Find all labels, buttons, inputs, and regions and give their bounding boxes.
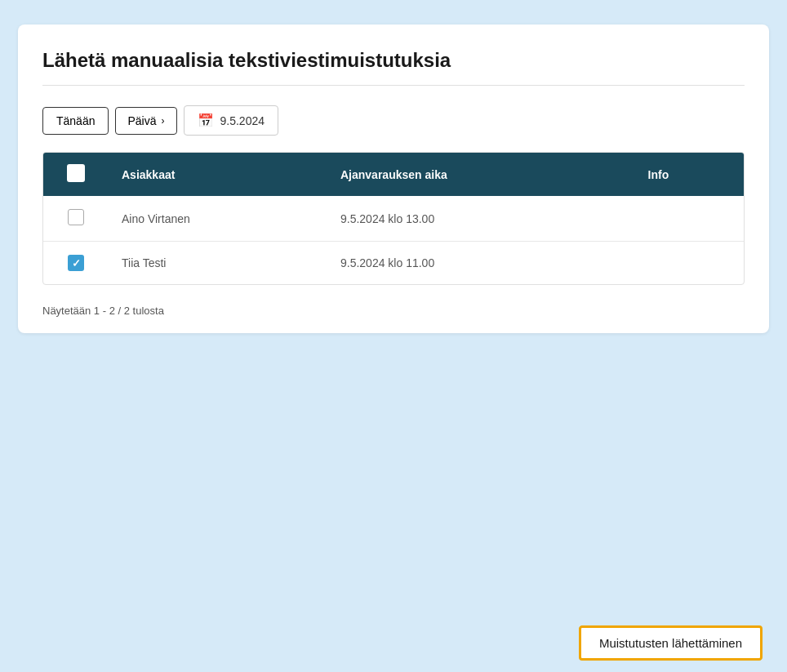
date-value: 9.5.2024	[220, 114, 265, 127]
select-all-checkbox[interactable]	[67, 164, 85, 182]
calendar-icon: 📅	[198, 113, 214, 128]
day-label: Päivä	[127, 114, 156, 127]
table-header-row: Asiakkaat Ajanvarauksen aika Info	[43, 153, 744, 196]
page-title: Lähetä manuaalisia tekstiviestimuistutuk…	[42, 49, 745, 86]
row-1-asiakkaat: Aino Virtanen	[109, 196, 327, 242]
chevron-right-icon: ›	[162, 115, 165, 127]
data-table-wrapper: Asiakkaat Ajanvarauksen aika Info Aino V…	[42, 152, 745, 285]
pagination-summary: Näytetään 1 - 2 / 2 tulosta	[42, 298, 745, 317]
row-1-ajanvarauksen-aika: 9.5.2024 klo 13.00	[327, 196, 635, 242]
appointments-table: Asiakkaat Ajanvarauksen aika Info Aino V…	[43, 153, 744, 284]
row-1-checkbox-cell	[43, 196, 109, 242]
info-column-header: Info	[635, 153, 744, 196]
footer-bar: Muistutusten lähettäminen	[0, 614, 787, 672]
row-1-info	[635, 196, 744, 242]
table-row: Aino Virtanen 9.5.2024 klo 13.00	[43, 196, 744, 242]
day-button[interactable]: Päivä ›	[115, 107, 176, 135]
toolbar: Tänään Päivä › 📅 9.5.2024	[42, 105, 745, 136]
row-1-checkbox[interactable]	[68, 209, 84, 225]
table-row: Tiia Testi 9.5.2024 klo 11.00	[43, 242, 744, 285]
row-2-ajanvarauksen-aika: 9.5.2024 klo 11.00	[327, 242, 635, 285]
row-2-asiakkaat: Tiia Testi	[109, 242, 327, 285]
send-reminders-button[interactable]: Muistutusten lähettäminen	[579, 625, 763, 661]
today-button[interactable]: Tänään	[42, 107, 109, 135]
row-2-checkbox-cell	[43, 242, 109, 285]
select-all-column-header	[43, 153, 109, 196]
row-2-info	[635, 242, 744, 285]
row-2-checkbox[interactable]	[68, 255, 84, 271]
main-container: Lähetä manuaalisia tekstiviestimuistutuk…	[18, 24, 769, 333]
ajanvarauksen-aika-column-header: Ajanvarauksen aika	[327, 153, 635, 196]
date-picker-button[interactable]: 📅 9.5.2024	[184, 105, 279, 136]
asiakkaat-column-header: Asiakkaat	[109, 153, 327, 196]
